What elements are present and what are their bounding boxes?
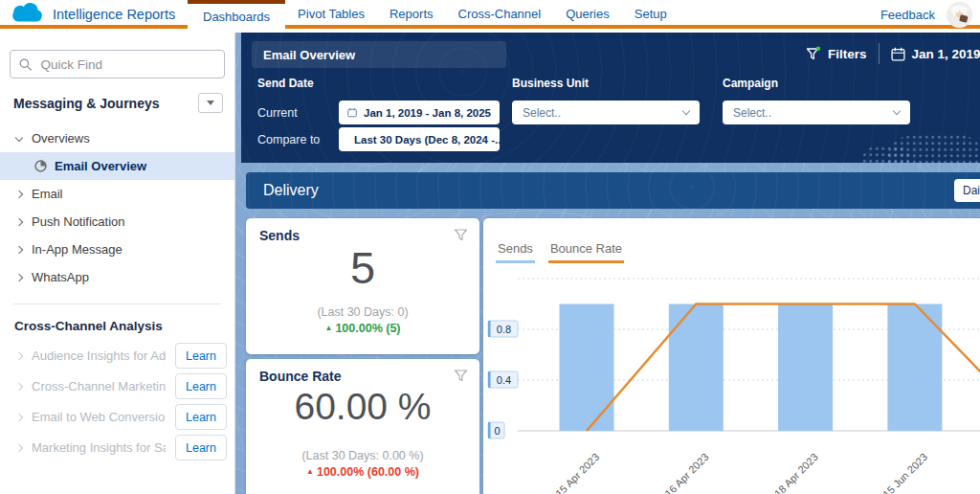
sidebar-group-whatsapp[interactable]: WhatsApp	[0, 263, 234, 291]
selected-item-label: Email Overview	[55, 159, 146, 173]
tab-setup[interactable]: Setup	[622, 0, 679, 33]
current-label: Current	[257, 106, 298, 120]
chevron-down-icon	[15, 133, 23, 141]
calendar-icon	[347, 106, 357, 119]
bounce-rate-card-title: Bounce Rate	[259, 369, 342, 384]
compare-to-label: Compare to	[257, 133, 320, 146]
salesforce-cloud-logo	[10, 3, 44, 25]
send-date-label: Send Date	[257, 77, 314, 90]
dashboard-tree: Overviews Email Overview Email Push Noti…	[0, 124, 234, 291]
svg-text:18 Apr 2023: 18 Apr 2023	[772, 451, 820, 494]
filters-cluster: Filters Jan 1, 2019 - Jan 8, 2025	[806, 43, 980, 64]
card-filter-funnel-icon[interactable]	[454, 228, 468, 242]
chevron-right-icon	[15, 443, 23, 451]
cross-channel-title: Cross-Channel Analysis	[14, 319, 234, 333]
chevron-right-icon	[15, 245, 23, 253]
sidebar-item-email-to-web-conversion[interactable]: Email to Web Conversion [... Learn	[0, 404, 234, 430]
feedback-link[interactable]: Feedback	[880, 8, 935, 22]
business-unit-select[interactable]: Select..	[512, 101, 700, 124]
granularity-button[interactable]: Daily	[954, 179, 980, 202]
tab-queries[interactable]: Queries	[553, 0, 622, 33]
campaign-select[interactable]: Select..	[723, 101, 910, 124]
delta-up-icon: ▲	[306, 467, 314, 476]
locked-item-label: Email to Web Conversion [...	[32, 410, 166, 424]
learn-button[interactable]: Learn	[175, 404, 227, 430]
sidebar-item-audience-insights[interactable]: Audience Insights for Adv... Learn	[0, 343, 234, 369]
tab-reports[interactable]: Reports	[377, 0, 446, 33]
page-title: Email Overview	[263, 48, 355, 62]
chevron-down-icon	[682, 107, 690, 115]
learn-button[interactable]: Learn	[175, 435, 227, 460]
chevron-right-icon	[15, 273, 23, 281]
tab-dashboards[interactable]: Dashboards	[188, 0, 285, 33]
locked-item-label: Marketing Insights for Sal...	[32, 440, 166, 455]
delivery-chart-svg: 00.40.815 Apr 202316 Apr 202318 Apr 2023…	[483, 278, 980, 494]
svg-text:0.4: 0.4	[497, 374, 511, 386]
sidebar-group-in-app-message[interactable]: In-App Message	[0, 236, 234, 263]
chevron-right-icon	[15, 382, 23, 390]
locked-item-label: Cross-Channel Marketing ...	[32, 379, 166, 393]
top-nav: Intelligence Reports Dashboards Pivot Ta…	[0, 0, 980, 29]
sidebar-item-cross-channel-marketing[interactable]: Cross-Channel Marketing ... Learn	[0, 373, 234, 399]
dashboard-title-selector[interactable]: Email Overview	[252, 41, 506, 68]
calendar-icon	[891, 47, 905, 61]
legend-item-sends[interactable]: Sends	[496, 241, 535, 263]
chart-legend: Sends Bounce Rate	[496, 241, 624, 263]
business-unit-value: Select..	[523, 106, 561, 120]
sends-value: 5	[246, 241, 479, 294]
current-date-input[interactable]: Jan 1, 2019 - Jan 8, 2025	[339, 101, 500, 124]
filters-funnel-icon[interactable]	[806, 46, 821, 62]
vertical-divider	[879, 43, 880, 64]
card-filter-funnel-icon[interactable]	[454, 369, 468, 383]
learn-button[interactable]: Learn	[175, 373, 227, 399]
search-icon	[19, 57, 32, 72]
sends-delta: ▲100.00% (5)	[246, 322, 479, 335]
bounce-rate-delta-text: 100.00% (60.00 %)	[317, 465, 419, 479]
bounce-rate-kpi-card: Bounce Rate 60.00 % (Last 30 Days: 0.00 …	[246, 359, 479, 494]
legend-item-bounce-rate[interactable]: Bounce Rate	[548, 241, 624, 263]
business-unit-label: Business Unit	[512, 77, 589, 90]
sidebar-group-overviews[interactable]: Overviews	[0, 124, 234, 152]
quick-find	[10, 50, 225, 79]
svg-text:0.8: 0.8	[497, 324, 511, 335]
group-label: Overviews	[32, 131, 90, 146]
sidebar-group-push-notification[interactable]: Push Notification	[0, 208, 234, 236]
app-window: Intelligence Reports Dashboards Pivot Ta…	[0, 0, 980, 494]
chevron-right-icon	[15, 351, 23, 359]
workspace-title: Messaging & Journeys	[13, 96, 160, 111]
bounce-rate-subtitle: (Last 30 Days: 0.00 %)	[246, 449, 479, 462]
user-avatar[interactable]	[947, 2, 972, 28]
bounce-rate-delta: ▲100.00% (60.00 %)	[246, 465, 479, 479]
filter-panel: Email Overview Filters Jan 1, 2019 - Jan…	[241, 33, 980, 163]
brand: Intelligence Reports	[10, 3, 175, 25]
current-date-value: Jan 1, 2019 - Jan 8, 2025	[364, 107, 491, 119]
campaign-label: Campaign	[723, 77, 778, 90]
delivery-title: Delivery	[263, 182, 319, 199]
sends-kpi-card: Sends 5 (Last 30 Days: 0) ▲100.00% (5)	[246, 218, 479, 354]
sidebar: Messaging & Journeys Overviews Email Ove…	[0, 33, 235, 494]
sidebar-item-email-overview[interactable]: Email Overview	[0, 152, 234, 180]
sends-subtitle: (Last 30 Days: 0)	[246, 305, 479, 319]
search-input[interactable]	[38, 56, 215, 73]
tab-pivot-tables[interactable]: Pivot Tables	[285, 0, 377, 33]
compare-date-value: Last 30 Days (Dec 8, 2024 -...	[354, 134, 500, 146]
sidebar-divider	[13, 303, 221, 304]
tab-cross-channel[interactable]: Cross-Channel	[446, 0, 554, 33]
compare-date-input[interactable]: Last 30 Days (Dec 8, 2024 -...	[339, 127, 500, 151]
workspace-dropdown-button[interactable]	[198, 93, 223, 113]
group-label: Push Notification	[32, 214, 125, 229]
global-date-range[interactable]: Jan 1, 2019 - Jan 8, 2025	[912, 47, 980, 61]
chevron-right-icon	[15, 413, 23, 420]
filters-label[interactable]: Filters	[828, 47, 867, 61]
chevron-right-icon	[15, 190, 23, 197]
app-title: Intelligence Reports	[53, 7, 175, 22]
caret-down-icon	[207, 101, 214, 105]
locked-item-label: Audience Insights for Adv...	[32, 348, 166, 363]
sidebar-group-email[interactable]: Email	[0, 180, 234, 208]
sidebar-item-marketing-insights[interactable]: Marketing Insights for Sal... Learn	[0, 435, 234, 460]
learn-button[interactable]: Learn	[175, 343, 227, 369]
dashboard-pie-icon	[34, 160, 47, 172]
nav-right: Feedback	[880, 0, 972, 29]
workspace-row: Messaging & Journeys	[13, 93, 223, 113]
primary-tabs: Dashboards Pivot Tables Reports Cross-Ch…	[188, 0, 679, 33]
